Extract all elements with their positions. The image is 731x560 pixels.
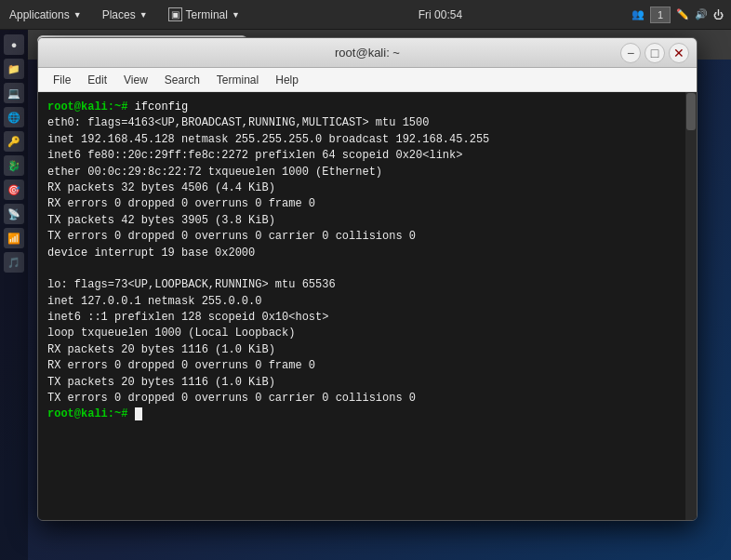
close-button[interactable]: ✕ [669, 43, 689, 63]
places-arrow: ▼ [140, 10, 148, 20]
taskbar-clock: Fri 00:54 [249, 8, 631, 21]
output-line-12: inet 127.0.0.1 netmask 255.0.0.0 [47, 294, 687, 310]
scrollbar-track[interactable] [685, 92, 697, 520]
terminal-title: root@kali: ~ [335, 46, 400, 60]
icon-panel: ● 📁 💻 🌐 🔑 🐉 🎯 📡 📶 🎵 [0, 30, 28, 560]
output-line-13: inet6 ::1 prefixlen 128 scopeid 0x10<hos… [47, 310, 687, 326]
panel-icon-0[interactable]: ● [4, 34, 24, 55]
panel-icon-4[interactable]: 🔑 [4, 131, 24, 152]
command-line: root@kali:~# ifconfig [47, 100, 687, 115]
panel-icon-7[interactable]: 📡 [4, 204, 24, 224]
places-menu[interactable]: Places ▼ [93, 5, 157, 25]
menu-terminal[interactable]: Terminal [209, 72, 266, 88]
output-line-14: loop txqueuelen 1000 (Local Loopback) [47, 326, 687, 341]
panel-icon-6[interactable]: 🎯 [4, 180, 24, 200]
people-icon: 👥 [631, 8, 645, 20]
taskbar: Applications ▼ Places ▼ ▣ Terminal ▼ Fri… [0, 0, 731, 30]
edit-icon: ✏️ [676, 8, 689, 20]
output-line-8: TX errors 0 dropped 0 overruns 0 carrier… [47, 229, 687, 245]
applications-menu[interactable]: Applications ▼ [0, 5, 91, 25]
cursor [135, 407, 142, 420]
panel-icon-1[interactable]: 📁 [4, 59, 24, 79]
terminal-label: Terminal [186, 8, 228, 21]
output-line-3: inet6 fe80::20c:29ff:fe8c:2272 prefixlen… [47, 148, 687, 164]
output-line-7: TX packets 42 bytes 3905 (3.8 KiB) [47, 213, 687, 229]
output-line-16: RX errors 0 dropped 0 overruns 0 frame 0 [47, 358, 687, 374]
panel-icon-3[interactable]: 🌐 [4, 107, 24, 127]
terminal-icon: ▣ [168, 7, 182, 21]
panel-icon-5[interactable]: 🐉 [4, 155, 24, 176]
applications-label: Applications [9, 8, 70, 21]
output-line-5: RX packets 32 bytes 4506 (4.4 KiB) [47, 180, 687, 196]
output-line-17: TX packets 20 bytes 1116 (1.0 KiB) [47, 375, 687, 391]
output-line-18: TX errors 0 dropped 0 overruns 0 carrier… [47, 391, 687, 407]
places-label: Places [102, 8, 136, 21]
maximize-icon: □ [651, 46, 658, 60]
sound-icon: 🔊 [695, 8, 708, 20]
menu-edit[interactable]: Edit [80, 72, 114, 88]
command-1: ifconfig [135, 100, 189, 113]
output-line-6: RX errors 0 dropped 0 overruns 0 frame 0 [47, 196, 687, 212]
menu-view[interactable]: View [116, 72, 155, 88]
minimize-icon: − [627, 46, 634, 60]
minimize-button[interactable]: − [620, 43, 641, 63]
final-prompt: root@kali:~# [47, 407, 127, 420]
terminal-arrow: ▼ [232, 10, 240, 20]
prompt-1: root@kali:~# [47, 100, 135, 113]
close-icon: ✕ [673, 46, 684, 60]
terminal-controls: − □ ✕ [620, 43, 689, 63]
output-line-11: lo: flags=73<UP,LOOPBACK,RUNNING> mtu 65… [47, 277, 687, 293]
output-line-2: inet 192.168.45.128 netmask 255.255.255.… [47, 132, 687, 148]
maximize-button[interactable]: □ [645, 43, 665, 63]
terminal-body[interactable]: root@kali:~# ifconfig eth0: flags=4163<U… [38, 92, 697, 520]
output-line-1: eth0: flags=4163<UP,BROADCAST,RUNNING,MU… [47, 115, 687, 131]
panel-icon-8[interactable]: 📶 [4, 228, 24, 248]
output-line-4: ether 00:0c:29:8c:22:72 txqueuelen 1000 … [47, 165, 687, 180]
final-prompt-line: root@kali:~# [47, 407, 687, 422]
output-line-15: RX packets 20 bytes 1116 (1.0 KiB) [47, 342, 687, 358]
output-line-9: device interrupt 19 base 0x2000 [47, 246, 687, 261]
workspace-switcher[interactable]: 1 [650, 7, 671, 23]
clock-display: Fri 00:54 [419, 8, 462, 21]
output-line-10 [47, 261, 687, 277]
menu-help[interactable]: Help [268, 72, 306, 88]
terminal-titlebar: root@kali: ~ − □ ✕ [38, 38, 697, 68]
menu-search[interactable]: Search [157, 72, 207, 88]
menu-file[interactable]: File [46, 72, 78, 88]
desktop: 🐉 ● 📁 💻 🌐 🔑 🐉 🎯 📡 📶 🎵 Kali-Linux-2019.2-… [0, 30, 731, 560]
terminal-menu[interactable]: ▣ Terminal ▼ [159, 4, 249, 25]
applications-arrow: ▼ [73, 10, 82, 20]
panel-icon-9[interactable]: 🎵 [4, 252, 24, 273]
panel-icon-2[interactable]: 💻 [4, 83, 24, 103]
taskbar-right: 👥 1 ✏️ 🔊 ⏻ [631, 7, 731, 23]
taskbar-left: Applications ▼ Places ▼ ▣ Terminal ▼ [0, 4, 249, 25]
power-icon: ⏻ [713, 9, 724, 20]
terminal-menubar: File Edit View Search Terminal Help [38, 68, 697, 92]
terminal-window: root@kali: ~ − □ ✕ File Edit View Search… [37, 37, 698, 521]
workspace-number: 1 [658, 9, 663, 20]
scrollbar-thumb[interactable] [686, 93, 696, 130]
